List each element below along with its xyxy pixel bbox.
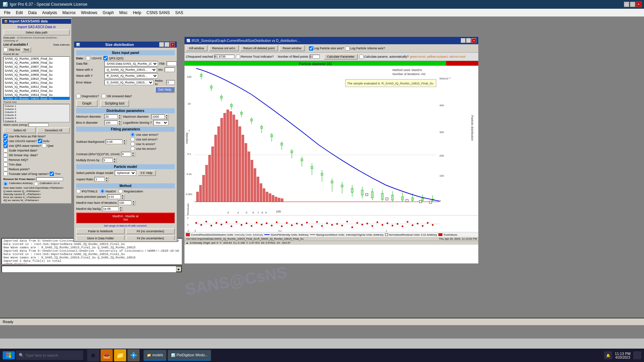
taskbar-search[interactable] — [16, 351, 83, 360]
list-item[interactable]: SANS_IQ_RunNo_10809_Final_Su — [4, 73, 69, 77]
remove-trust-checkbox[interactable] — [236, 55, 240, 59]
contrast-up[interactable]: ▲ — [131, 152, 135, 154]
menu-sas[interactable]: SAS — [172, 10, 186, 16]
command-input[interactable] — [2, 266, 176, 272]
taskbar-window-plot[interactable]: 📊 PlotDigitizer Windo... — [168, 350, 211, 361]
max-diam-down[interactable]: ▼ — [165, 117, 169, 119]
taskbar-app-folder[interactable]: 📁 — [114, 349, 126, 361]
show-desktop-btn[interactable] — [633, 351, 641, 359]
ipt-tnls-radio[interactable] — [76, 189, 80, 193]
return-deleted-btn[interactable]: Return All deleted point — [240, 45, 278, 51]
list-item[interactable]: SANS_IQ_RunNo_10806_Final_Su — [4, 61, 69, 65]
bins-down[interactable]: ▼ — [118, 123, 122, 125]
maximize-btn[interactable]: □ — [630, 2, 635, 7]
paste-btn[interactable]: Paste to Notebook — [76, 228, 125, 234]
maxent-radio[interactable] — [100, 189, 105, 193]
skip-lines-check[interactable] — [3, 48, 8, 52]
bins-up[interactable]: ▲ — [118, 120, 122, 123]
usaxs-checkbox[interactable] — [86, 56, 90, 60]
remove-wra-btn[interactable]: Remove ont w/rA — [209, 45, 239, 51]
panel-close-btn[interactable]: ✕ — [170, 42, 175, 47]
close-btn[interactable]: ✕ — [636, 2, 641, 7]
ff-help-btn[interactable]: F.F. Help — [138, 170, 156, 176]
list-item[interactable]: SANS_IQ_RunNo_10814_Final_Su — [4, 93, 69, 97]
list-item[interactable]: SANS_IQ_RunNo_10808_Final_Su — [4, 69, 69, 73]
graph-maximize-btn[interactable]: □ — [466, 38, 471, 43]
fit-no-uncert-btn[interactable]: Fit (no uncertainties) — [126, 228, 175, 234]
start-button[interactable] — [3, 351, 15, 359]
reset-window-btn[interactable]: Reset window — [279, 45, 305, 51]
menu-misc[interactable]: Misc — [116, 10, 130, 16]
maxent-sky-up[interactable]: ▲ — [119, 206, 123, 209]
list-item[interactable]: SANS_IQ_RunNo_10810_Final_Su — [4, 77, 69, 81]
select-all-btn[interactable]: Select All — [3, 127, 36, 133]
taskbar-app-filezilla[interactable]: 📤 — [101, 349, 113, 361]
wave-y-select[interactable]: R_SANS_IQ_RunNo_10815... — [104, 73, 158, 78]
panel-maximize-btn[interactable]: □ — [165, 42, 169, 47]
menu-analysis[interactable]: Analysis — [39, 10, 60, 16]
minimize-btn[interactable]: — — [624, 2, 629, 7]
aspect-ratio-input[interactable] — [95, 177, 105, 182]
list-item[interactable]: SANS_IQ_RunNo_10811_Final_Su — [4, 81, 69, 85]
list-item-selected[interactable]: SANS_IQ_RunNo_10815_Final_Su — [4, 97, 69, 100]
deselect-all-btn[interactable]: Desselect All — [37, 127, 70, 133]
error-wave-select[interactable]: S_SANS_IQ_RunNo_10815... — [104, 80, 154, 85]
menu-file[interactable]: File — [1, 10, 13, 16]
menu-help[interactable]: Help — [130, 10, 144, 16]
rebin-input[interactable] — [166, 80, 175, 85]
use-pct-errors-radio[interactable] — [130, 142, 135, 146]
wave-x-select[interactable]: Q_SANS_IQ_RunNo_10815... — [104, 67, 157, 72]
file-list[interactable]: SANS_IQ_RunNo_10805_Final_Su SANS_IQ_Run… — [3, 56, 70, 100]
chisq-input[interactable] — [214, 55, 234, 59]
bins-input[interactable] — [104, 120, 118, 125]
remove-str-input[interactable] — [36, 177, 63, 181]
regularization-radio[interactable] — [118, 189, 123, 193]
log-vol-checkbox[interactable] — [345, 46, 350, 51]
taskbar-window-models[interactable]: 📁 models — [144, 350, 166, 361]
menu-macros[interactable]: Macros — [60, 10, 78, 16]
slit-smeared-check[interactable] — [102, 94, 106, 98]
maxent-run-btn[interactable]: MaxEnt - Maxble at Set — [76, 213, 175, 223]
min-diam-down[interactable]: ▼ — [118, 117, 122, 119]
num-fitted-input[interactable] — [310, 55, 320, 59]
maxent-sky-down[interactable]: ▼ — [119, 209, 123, 212]
log-size-checkbox[interactable] — [309, 46, 313, 51]
select-path-btn[interactable]: Select data path — [3, 29, 70, 36]
max-iterations-up[interactable]: ▲ — [131, 200, 136, 203]
store-btn[interactable]: Store in Data Folder — [76, 235, 125, 240]
log-binning-select[interactable]: YesNo — [153, 120, 168, 125]
menu-graph[interactable]: Graph — [100, 10, 116, 16]
min-diam-up[interactable]: ▲ — [118, 114, 122, 117]
menu-csns[interactable]: CSNS SANS — [144, 10, 172, 16]
multiply-errors-down[interactable]: ▼ — [113, 160, 117, 163]
taskbar-app-taskview[interactable]: ⊞ — [87, 349, 99, 361]
sizes-precision-up[interactable]: ▲ — [121, 194, 125, 197]
subtract-bg-up[interactable]: ▲ — [122, 139, 126, 142]
menu-windows[interactable]: Windows — [78, 10, 100, 16]
contrast-input[interactable] — [121, 152, 131, 157]
min-diam-input[interactable] — [104, 114, 118, 119]
qrs-checkbox[interactable] — [103, 56, 108, 60]
list-item[interactable]: SANS_IQ_RunNo_10805_Final_Su — [4, 57, 69, 61]
scripting-btn[interactable]: Scripting tool — [100, 100, 129, 107]
fit-with-uncert-btn[interactable]: Fit (/w uncertainties) — [126, 235, 175, 240]
notification-icon[interactable]: 🔔 — [604, 351, 612, 359]
subtract-bg-input[interactable] — [106, 139, 122, 144]
get-help-btn[interactable]: Get Help — [155, 86, 175, 93]
aspect-ratio-down[interactable]: ▼ — [105, 179, 109, 182]
panel-minimize-btn[interactable]: — — [159, 42, 164, 47]
multiply-errors-input[interactable] — [103, 158, 113, 163]
data-fldr-select[interactable]: SANS:Data:SANS_IQ_RunNo_10815_Final_... — [104, 61, 158, 66]
list-item[interactable]: SANS_IQ_RunNo_10813_Final_Su — [4, 89, 69, 93]
calc-param-btn[interactable]: Calculate Parameter — [324, 54, 358, 60]
sizes-precision-input[interactable] — [107, 194, 121, 199]
list-item[interactable]: SANS_IQ_RunNo_10807_Final_Su — [4, 65, 69, 69]
command-run-btn[interactable]: ▶ — [176, 266, 182, 272]
maxent-sky-input[interactable] — [102, 206, 119, 211]
subtract-bg-down[interactable]: ▼ — [122, 142, 126, 144]
aspect-ratio-up[interactable]: ▲ — [105, 177, 109, 179]
max-iterations-input[interactable] — [118, 200, 131, 205]
match-name-input[interactable] — [29, 123, 49, 127]
graph-btn[interactable]: Graph — [76, 100, 98, 107]
contrast-down[interactable]: ▼ — [131, 154, 135, 157]
